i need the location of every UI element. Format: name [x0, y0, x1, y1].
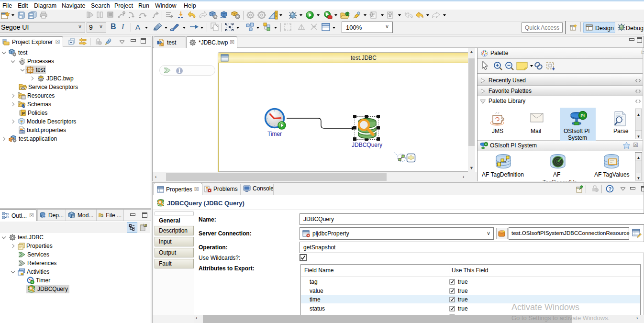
svg-text:010: 010 [20, 130, 24, 133]
svg-text:PI: PI [581, 113, 585, 118]
svg-text:?: ? [609, 186, 612, 192]
svg-text:PI: PI [485, 143, 487, 145]
svg-text:P: P [22, 111, 25, 116]
